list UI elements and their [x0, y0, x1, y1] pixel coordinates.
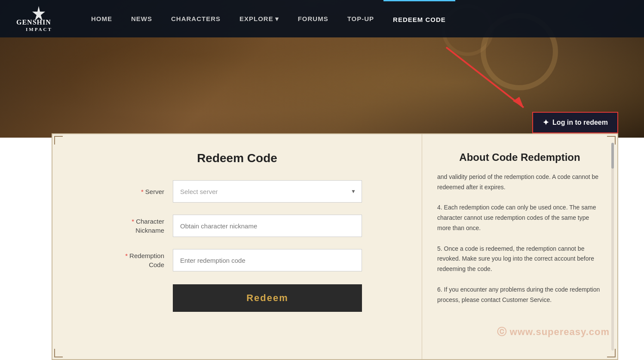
scrollbar-track — [611, 143, 614, 351]
login-to-redeem-button[interactable]: ✦ Log in to redeem — [532, 112, 618, 133]
sparkle-icon: ✦ — [543, 118, 549, 127]
redemption-code-input[interactable] — [173, 249, 362, 271]
corner-decoration-tr — [607, 136, 616, 145]
nav-news[interactable]: NEWS — [122, 0, 162, 37]
chevron-down-icon: ▾ — [275, 15, 279, 23]
info-text: and validity period of the redemption co… — [437, 172, 602, 305]
form-section: Redeem Code *Server Select server Americ… — [52, 134, 422, 359]
server-group: *Server Select server America Europe Asi… — [87, 180, 387, 203]
navigation: GENSHIN IMPACT HOME NEWS CHARACTERS EXPL… — [0, 0, 644, 37]
server-select[interactable]: Select server America Europe Asia TW, HK… — [173, 180, 362, 203]
server-select-wrapper: Select server America Europe Asia TW, HK… — [173, 180, 362, 203]
character-nickname-label: *CharacterNickname — [87, 217, 173, 235]
redemption-code-label: *RedemptionCode — [87, 251, 173, 269]
nav-explore[interactable]: EXPLORE ▾ — [230, 0, 288, 37]
required-star-code: * — [125, 252, 128, 259]
character-nickname-input[interactable] — [173, 215, 362, 237]
explore-label: EXPLORE — [239, 15, 273, 22]
info-title: About Code Redemption — [437, 151, 602, 163]
corner-decoration-tl — [54, 136, 63, 145]
nav-redeem-code[interactable]: REDEEM CODE — [383, 0, 455, 37]
info-section: About Code Redemption and validity perio… — [422, 134, 617, 359]
corner-decoration-bl — [54, 349, 63, 357]
main-card: Redeem Code *Server Select server Americ… — [52, 133, 618, 360]
scrollbar-thumb[interactable] — [611, 143, 614, 169]
logo[interactable]: GENSHIN IMPACT — [13, 4, 64, 34]
login-button-label: Log in to redeem — [552, 119, 608, 126]
form-title: Redeem Code — [87, 151, 387, 165]
login-button-container: ✦ Log in to redeem — [532, 112, 618, 133]
nav-forums[interactable]: FORUMS — [288, 0, 338, 37]
svg-text:GENSHIN: GENSHIN — [16, 18, 51, 26]
nav-top-up[interactable]: TOP-UP — [338, 0, 383, 37]
corner-decoration-br — [607, 349, 616, 357]
required-star-server: * — [141, 188, 144, 195]
redemption-code-group: *RedemptionCode — [87, 249, 387, 271]
nav-links: HOME NEWS CHARACTERS EXPLORE ▾ FORUMS TO… — [82, 0, 631, 37]
nav-home[interactable]: HOME — [82, 0, 122, 37]
server-label: *Server — [87, 187, 173, 196]
required-star-character: * — [132, 218, 134, 225]
nav-characters[interactable]: CHARACTERS — [162, 0, 230, 37]
redeem-button[interactable]: Redeem — [173, 284, 362, 312]
character-nickname-group: *CharacterNickname — [87, 215, 387, 237]
svg-text:IMPACT: IMPACT — [26, 27, 52, 32]
